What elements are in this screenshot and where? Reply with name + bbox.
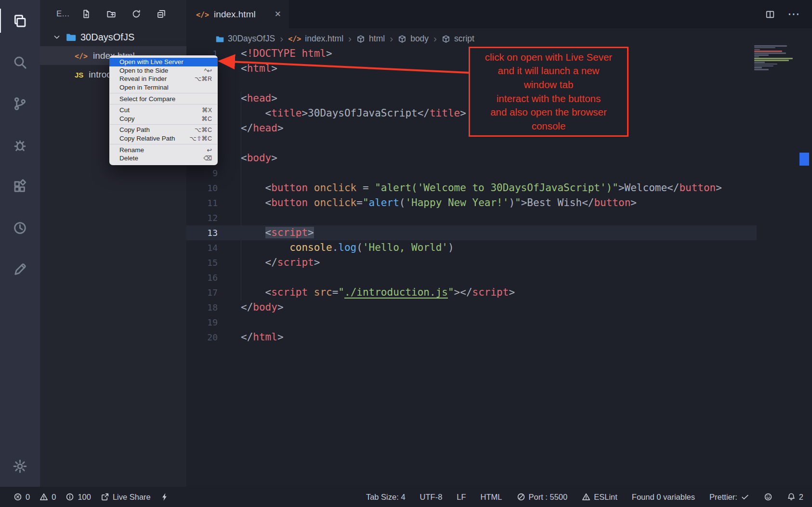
close-tab-icon[interactable]: ✕: [275, 9, 281, 19]
collapse-folders-icon[interactable]: [157, 9, 166, 19]
source-control-icon: [13, 96, 27, 111]
menu-item-copy-path[interactable]: Copy Path⌥⌘C: [109, 126, 218, 134]
activity-settings[interactable]: [0, 445, 40, 487]
code-line-18[interactable]: 18</body>: [186, 300, 757, 315]
line-content: </head>: [218, 121, 284, 136]
chevron-right-icon: ›: [348, 33, 352, 44]
breadcrumb-index-html[interactable]: </>index.html: [288, 34, 343, 44]
line-number: 18: [186, 300, 218, 315]
activity-extensions[interactable]: [0, 166, 40, 207]
status-label: UTF-8: [420, 493, 443, 502]
bell-icon: [787, 493, 796, 501]
status-live-share[interactable]: Live Share: [101, 493, 151, 502]
activity-search[interactable]: [0, 41, 40, 83]
folder-row-30daysofjs[interactable]: 30DaysOfJS: [40, 28, 186, 46]
tab-index-html[interactable]: </> index.html ✕: [186, 0, 289, 28]
menu-item-open-with-live-server[interactable]: Open with Live Server: [109, 58, 218, 66]
minimap[interactable]: [754, 45, 799, 71]
status-prettier[interactable]: Prettier:: [709, 493, 749, 502]
annotation-line: window tab: [470, 78, 627, 92]
status-label: Tab Size: 4: [366, 493, 406, 502]
status-variables-found[interactable]: Found 0 variables: [632, 493, 695, 502]
code-line-8[interactable]: 8<body>: [186, 151, 757, 166]
minimap-line: [754, 47, 775, 49]
menu-item-label: Open with Live Server: [119, 58, 183, 65]
status-label: 100: [78, 493, 91, 502]
status-eol[interactable]: LF: [457, 493, 466, 502]
code-line-7[interactable]: 7: [186, 136, 757, 151]
status-feedback-smiley[interactable]: [764, 493, 773, 501]
history-icon: [13, 221, 27, 235]
split-editor-icon[interactable]: [765, 10, 775, 19]
code-line-15[interactable]: 15 </script>: [186, 255, 757, 270]
code-line-19[interactable]: 19: [186, 315, 757, 330]
line-content: </html>: [218, 330, 284, 345]
more-actions-icon[interactable]: ⋯: [787, 7, 800, 22]
status-info-count[interactable]: 100: [65, 493, 91, 502]
status-label: ESLint: [594, 493, 617, 502]
menu-item-reveal-in-finder[interactable]: Reveal in Finder⌥⌘R: [109, 75, 218, 83]
line-number: 15: [186, 255, 218, 270]
code-line-13[interactable]: 13 <script>: [186, 225, 757, 240]
activity-history[interactable]: [0, 207, 40, 248]
code-line-17[interactable]: 17 <script src="./introduction.js"></scr…: [186, 285, 757, 300]
line-number: 11: [186, 195, 218, 210]
menu-item-label: Copy: [119, 115, 135, 122]
status-encoding[interactable]: UTF-8: [420, 493, 443, 502]
menu-item-label: Reveal in Finder: [119, 75, 167, 82]
status-label: 2: [799, 493, 803, 502]
breadcrumb-script[interactable]: script: [442, 34, 474, 44]
activity-top: [0, 0, 40, 290]
line-content: <html>: [218, 61, 277, 76]
vscode-window: E... 30DaysOfJS </>index.htmlJSintroduct…: [0, 0, 812, 507]
breadcrumb-html[interactable]: html: [356, 34, 385, 44]
activity-feedback[interactable]: [0, 248, 40, 290]
chevron-right-icon: ›: [390, 33, 393, 44]
cube-icon: [398, 35, 406, 43]
breadcrumb-body[interactable]: body: [398, 34, 429, 44]
code-line-9[interactable]: 9: [186, 166, 757, 181]
activity-run-and-debug[interactable]: [0, 124, 40, 166]
status-quick-action[interactable]: [160, 493, 169, 501]
cube-icon: [442, 35, 450, 43]
activity-explorer[interactable]: [0, 0, 40, 41]
status-live-server-port[interactable]: Port : 5500: [517, 493, 568, 502]
menu-item-rename[interactable]: Rename↩: [109, 145, 218, 154]
status-tab-size[interactable]: Tab Size: 4: [366, 493, 406, 502]
status-right: Tab Size: 4UTF-8LFHTMLPort : 5500ESLintF…: [366, 493, 803, 502]
menu-item-delete[interactable]: Delete⌫: [109, 154, 218, 163]
menu-item-select-for-compare[interactable]: Select for Compare: [109, 94, 218, 103]
code-line-14[interactable]: 14 console.log('Hello, World'): [186, 240, 757, 255]
explorer-icon: [13, 13, 27, 28]
breadcrumb-label: html: [369, 34, 385, 44]
refresh-explorer-icon[interactable]: [131, 9, 141, 19]
status-warnings[interactable]: 0: [39, 493, 56, 502]
new-folder-icon[interactable]: [106, 9, 116, 19]
menu-item-open-in-terminal[interactable]: Open in Terminal: [109, 83, 218, 92]
menu-item-open-to-the-side[interactable]: Open to the Side^↩: [109, 66, 218, 75]
line-number: 14: [186, 240, 218, 255]
menu-item-copy[interactable]: Copy⌘C: [109, 115, 218, 123]
menu-item-cut[interactable]: Cut⌘X: [109, 106, 218, 115]
status-eslint[interactable]: ESLint: [582, 493, 617, 502]
html-file-icon: </>: [196, 9, 209, 20]
menu-item-label: Open in Terminal: [119, 84, 169, 91]
scrollbar-indicator[interactable]: [799, 153, 809, 166]
chevron-down-icon: [52, 33, 61, 41]
code-line-20[interactable]: 20</html>: [186, 330, 757, 345]
activity-bar: [0, 0, 40, 487]
code-line-11[interactable]: 11 <button onclick="alert('Happy New Yea…: [186, 195, 757, 210]
activity-source-control[interactable]: [0, 83, 40, 124]
menu-item-copy-relative-path[interactable]: Copy Relative Path⌥⇧⌘C: [109, 134, 218, 143]
status-language-mode[interactable]: HTML: [481, 493, 502, 502]
new-file-icon[interactable]: [81, 9, 91, 19]
line-content: <body>: [218, 151, 277, 166]
error-icon: [13, 493, 22, 501]
breadcrumb-30daysofjs[interactable]: 30DaysOfJS: [215, 34, 275, 44]
status-errors[interactable]: 0: [13, 493, 30, 502]
code-line-16[interactable]: 16: [186, 270, 757, 285]
status-notifications[interactable]: 2: [787, 493, 803, 502]
code-line-10[interactable]: 10 <button onclick = "alert('Welcome to …: [186, 181, 757, 195]
code-line-12[interactable]: 12: [186, 210, 757, 225]
folder-name: 30DaysOfJS: [80, 32, 134, 43]
